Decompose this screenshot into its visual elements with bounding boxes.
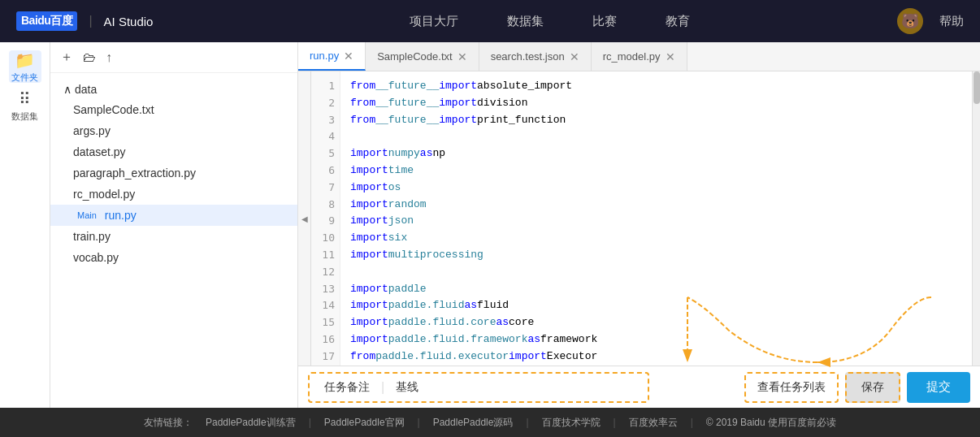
- view-task-list-button[interactable]: 查看任务列表: [744, 372, 839, 403]
- code-area: run.py ✕ SampleCode.txt ✕ search.test.js…: [298, 42, 980, 408]
- sidebar-files-label: 文件夹: [11, 71, 38, 84]
- file-name: args.py: [73, 124, 111, 137]
- scrollbar[interactable]: [972, 71, 980, 366]
- main-content: 📁 文件夹 ⠿ 数据集 ＋ 🗁 ↑ ∧ data SampleCode.txt …: [0, 42, 980, 408]
- code-line-1: from __future__ import absolute_import: [350, 78, 972, 95]
- code-line-13: import paddle: [350, 281, 972, 298]
- footer-copyright: © 2019 Baidu 使用百度前必读: [706, 416, 836, 430]
- code-line-3: from __future__ import print_function: [350, 112, 972, 129]
- scrollbar-thumb[interactable]: [973, 71, 980, 104]
- help-link[interactable]: 帮助: [939, 14, 964, 29]
- file-name: vocab.py: [73, 251, 119, 264]
- grid-icon: ⠿: [19, 89, 31, 109]
- main-badge: Main: [73, 210, 101, 221]
- task-notes-tab[interactable]: 任务备注: [316, 377, 378, 398]
- line-num: 14: [311, 297, 340, 314]
- file-name: dataset.py: [73, 145, 126, 158]
- close-icon[interactable]: ✕: [457, 50, 467, 63]
- baseline-tab[interactable]: 基线: [388, 377, 427, 398]
- file-toolbar: ＋ 🗁 ↑: [50, 42, 297, 73]
- line-num: 15: [311, 314, 340, 331]
- file-name: train.py: [73, 230, 111, 243]
- nav-projects[interactable]: 项目大厅: [410, 14, 458, 29]
- footer-link-paddlecamp[interactable]: PaddlePaddle训练营: [206, 416, 296, 430]
- line-num: 10: [311, 230, 340, 247]
- tab-rcmodel[interactable]: rc_model.py ✕: [592, 42, 687, 71]
- nav-competition[interactable]: 比赛: [592, 14, 617, 29]
- code-line-5: import numpy as np: [350, 145, 972, 162]
- chevron-down-icon: ∧: [63, 83, 72, 96]
- line-num: 7: [311, 180, 340, 197]
- footer-link-paddlehome[interactable]: PaddlePaddle官网: [324, 416, 405, 430]
- file-item-paragraph[interactable]: paragraph_extraction.py: [50, 162, 297, 184]
- code-line-15: import paddle.fluid.core as core: [350, 314, 972, 331]
- tab-samplecode[interactable]: SampleCode.txt ✕: [366, 42, 479, 71]
- user-avatar[interactable]: 🐻: [897, 8, 923, 34]
- file-item-run[interactable]: Main run.py: [50, 205, 297, 226]
- code-line-7: import os: [350, 180, 972, 197]
- code-line-14: import paddle.fluid as fluid: [350, 297, 972, 314]
- file-name: rc_model.py: [73, 188, 135, 201]
- new-folder-button[interactable]: 🗁: [83, 50, 96, 65]
- line-num: 11: [311, 247, 340, 264]
- line-num: 4: [311, 128, 340, 145]
- nav-items: 项目大厅 数据集 比赛 教育: [202, 14, 897, 29]
- file-item-train[interactable]: train.py: [50, 226, 297, 247]
- collapse-panel-button[interactable]: ◀: [298, 71, 311, 366]
- code-line-2: from __future__ import division: [350, 95, 972, 112]
- code-line-16: import paddle.fluid.framework as framewo…: [350, 331, 972, 348]
- tab-search-json[interactable]: search.test.json ✕: [479, 42, 592, 71]
- submit-button[interactable]: 提交: [907, 372, 970, 403]
- code-line-8: import random: [350, 197, 972, 214]
- right-actions: 查看任务列表 保存 提交: [744, 372, 970, 403]
- file-item-rcmodel[interactable]: rc_model.py: [50, 184, 297, 205]
- nav-right: 🐻 帮助: [897, 8, 964, 34]
- folder-data[interactable]: ∧ data: [50, 80, 297, 99]
- nav-education[interactable]: 教育: [666, 14, 690, 29]
- new-file-button[interactable]: ＋: [60, 49, 73, 66]
- footer-link-baidu-cloud[interactable]: 百度效率云: [629, 416, 678, 430]
- save-button[interactable]: 保存: [845, 372, 900, 403]
- line-num: 8: [311, 197, 340, 214]
- line-num: 3: [311, 112, 340, 129]
- footer-link-paddlesrc[interactable]: PaddlePaddle源码: [433, 416, 514, 430]
- product-name: AI Studio: [104, 15, 154, 28]
- upload-button[interactable]: ↑: [106, 50, 112, 65]
- file-name: paragraph_extraction.py: [73, 167, 196, 180]
- file-item-vocab[interactable]: vocab.py: [50, 247, 297, 268]
- code-line-11: import multiprocessing: [350, 247, 972, 264]
- sidebar-item-datasets[interactable]: ⠿ 数据集: [9, 89, 41, 122]
- line-num: 9: [311, 213, 340, 230]
- close-icon[interactable]: ✕: [570, 50, 579, 63]
- folder-icon: 📁: [15, 50, 35, 70]
- footer: 友情链接： PaddlePaddle训练营 | PaddlePaddle官网 |…: [0, 408, 980, 437]
- task-text-input[interactable]: [427, 381, 641, 394]
- file-name: SampleCode.txt: [73, 103, 154, 116]
- sidebar-item-files[interactable]: 📁 文件夹: [9, 50, 41, 83]
- bottom-toolbar: 任务备注 | 基线 查看任务列表 保存 提交: [298, 366, 980, 408]
- tab-label: run.py: [310, 50, 339, 62]
- code-line-9: import json: [350, 213, 972, 230]
- file-item-dataset[interactable]: dataset.py: [50, 141, 297, 162]
- line-numbers: 1 2 3 4 5 6 7 8 9 10 11 12 13 14 15 16 1…: [311, 71, 340, 366]
- footer-link-baidu-academy[interactable]: 百度技术学院: [542, 416, 601, 430]
- tab-run-py[interactable]: run.py ✕: [298, 42, 366, 71]
- code-editor[interactable]: from __future__ import absolute_import f…: [340, 71, 972, 366]
- line-num: 16: [311, 331, 340, 348]
- nav-datasets[interactable]: 数据集: [507, 14, 544, 29]
- file-item-samplecode[interactable]: SampleCode.txt: [50, 99, 297, 120]
- line-num: 2: [311, 95, 340, 112]
- top-navigation: Baidu百度 | AI Studio 项目大厅 数据集 比赛 教育 🐻 帮助: [0, 0, 980, 42]
- code-line-17: from paddle.fluid.executor import Execut…: [350, 348, 972, 366]
- close-icon[interactable]: ✕: [666, 50, 675, 63]
- task-input-wrapper: 任务备注 | 基线: [308, 372, 649, 403]
- folder-name: data: [75, 83, 97, 96]
- tab-bar: run.py ✕ SampleCode.txt ✕ search.test.js…: [298, 42, 980, 71]
- close-icon[interactable]: ✕: [344, 50, 353, 63]
- sidebar-datasets-label: 数据集: [11, 110, 38, 123]
- logo-area: Baidu百度 | AI Studio: [16, 11, 153, 31]
- file-item-args[interactable]: args.py: [50, 120, 297, 141]
- tab-label: SampleCode.txt: [377, 50, 453, 63]
- file-panel: ＋ 🗁 ↑ ∧ data SampleCode.txt args.py data…: [50, 42, 298, 408]
- line-num: 1: [311, 78, 340, 95]
